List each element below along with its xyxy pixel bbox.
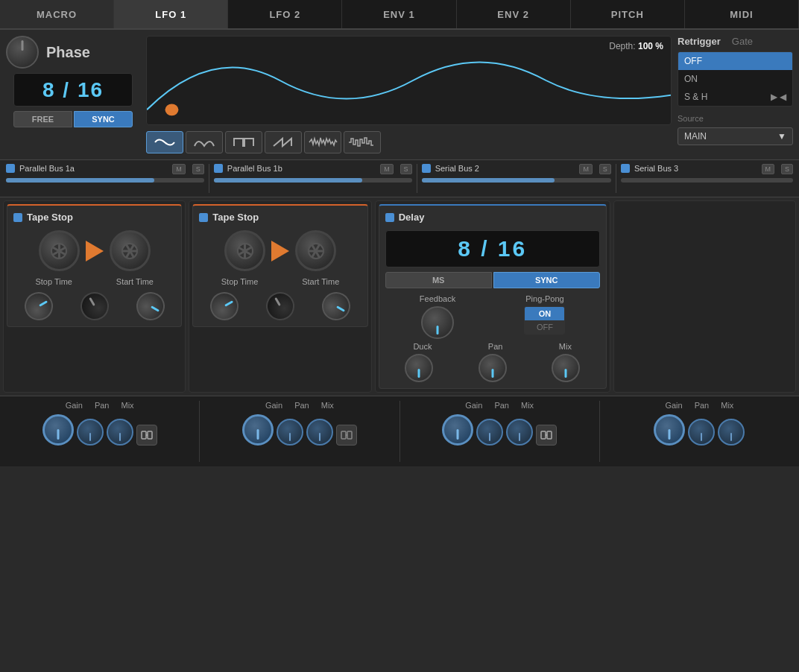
wave-square-button[interactable] <box>225 131 262 153</box>
stop-time-curve-1[interactable] <box>75 287 114 326</box>
lfo-section: Phase 8 / 16 FREE SYNC Depth: 100 % <box>0 30 799 160</box>
wave-sawtooth-button[interactable] <box>265 131 302 153</box>
bus-3-m-btn[interactable]: M <box>762 164 775 174</box>
bus-1a-fill <box>6 178 154 183</box>
gate-title: Gate <box>732 36 753 47</box>
source-select[interactable]: MAIN ▼ <box>678 127 793 145</box>
delay-name: Delay <box>399 212 425 223</box>
free-sync-buttons: FREE SYNC <box>13 111 133 127</box>
tape-wheel-2b <box>295 230 336 271</box>
tab-env1[interactable]: ENV 1 <box>342 0 456 28</box>
tab-env2[interactable]: ENV 2 <box>457 0 571 28</box>
strip-2-labels: Gain Pan Mix <box>265 401 334 410</box>
bus-1a-fader[interactable] <box>6 178 204 183</box>
pingpong-on-btn[interactable]: ON <box>525 307 564 320</box>
tape-stop-1-play[interactable] <box>86 241 104 261</box>
tab-lfo1[interactable]: LFO 1 <box>114 0 228 28</box>
tape-stop-2-body: Stop Time Start Time <box>199 230 361 320</box>
bus-1b-m-btn[interactable]: M <box>380 164 394 174</box>
phase-knob[interactable] <box>6 36 39 69</box>
bus-1b-indicator <box>214 164 223 173</box>
bus-1a-m-btn[interactable]: M <box>172 164 186 174</box>
bus-3-fader[interactable] <box>621 178 793 183</box>
stop-time-knob-2[interactable] <box>205 287 244 326</box>
tab-midi[interactable]: MIDI <box>685 0 799 28</box>
sync-button[interactable]: SYNC <box>74 111 133 127</box>
tab-macro[interactable]: MACRO <box>0 0 114 28</box>
bus-2-m-btn[interactable]: M <box>579 164 593 174</box>
tape-stop-1-name: Tape Stop <box>27 212 73 223</box>
tape-stop-1-body: Stop Time Start Time <box>13 230 175 320</box>
phase-label: Phase <box>46 44 90 61</box>
tab-pitch[interactable]: PITCH <box>571 0 685 28</box>
bus-divider-1 <box>209 164 209 193</box>
pan-label-delay: Pan <box>488 342 503 351</box>
fx-channel-2: Tape Stop <box>189 200 371 393</box>
svg-rect-1 <box>142 431 146 439</box>
delay-sync-btn[interactable]: SYNC <box>493 272 600 288</box>
lfo-value-display[interactable]: 8 / 16 <box>13 73 133 107</box>
strip-1-fx-icon[interactable] <box>136 425 157 446</box>
pan-knob-delay[interactable] <box>479 354 507 382</box>
wave-sine-button[interactable] <box>146 131 183 153</box>
strip-3-mix-knob[interactable] <box>506 419 533 446</box>
tape-stop-2-play[interactable] <box>271 241 289 261</box>
retrigger-sah[interactable]: S & H ▶ ◀ <box>678 88 792 106</box>
bus-2-fader[interactable] <box>422 178 611 183</box>
strip-2-mix-knob[interactable] <box>306 419 333 446</box>
delay-ms-btn[interactable]: MS <box>385 272 492 288</box>
stop-time-knob-1[interactable] <box>19 287 58 326</box>
strip-1-pan-knob[interactable] <box>77 419 104 446</box>
wave-sine-pos-button[interactable] <box>186 131 223 153</box>
delay-value-display[interactable]: 8 / 16 <box>385 230 600 267</box>
strip-3-knobs <box>442 414 557 446</box>
strip-1-gain-knob[interactable] <box>42 414 74 446</box>
strip-4-pan-knob[interactable] <box>688 419 715 446</box>
strip-3-pan-knob[interactable] <box>476 419 503 446</box>
mix-knob-delay[interactable] <box>552 354 580 382</box>
strip-1-mix-knob[interactable] <box>107 419 133 446</box>
bus-divider-3 <box>616 164 616 193</box>
svg-rect-5 <box>347 431 352 439</box>
strip-3-gain-knob[interactable] <box>442 414 473 446</box>
stop-time-label-2: Stop Time <box>221 277 259 286</box>
strip-2-gain-knob[interactable] <box>242 414 274 446</box>
wave-step-button[interactable] <box>344 131 381 153</box>
waveform-display[interactable]: Depth: 100 % <box>146 36 672 125</box>
strip-2: Gain Pan Mix <box>206 401 393 462</box>
start-time-knob-1[interactable] <box>131 287 170 326</box>
feedback-knob[interactable] <box>421 306 454 339</box>
strip-4-mix-knob[interactable] <box>718 419 745 446</box>
stop-time-curve-2[interactable] <box>261 287 300 326</box>
bus-2-fill <box>422 178 555 183</box>
bus-3-label-row: Serial Bus 3 M S <box>621 164 793 173</box>
bus-1b-s-btn[interactable]: S <box>400 164 412 174</box>
tab-lfo2[interactable]: LFO 2 <box>228 0 342 28</box>
duck-knob[interactable] <box>405 354 433 382</box>
wave-noise-button[interactable] <box>304 131 341 153</box>
svg-rect-7 <box>541 431 546 439</box>
fx-channel-4 <box>613 200 796 393</box>
retrigger-on[interactable]: ON <box>678 70 792 88</box>
start-time-knob-2[interactable] <box>317 287 356 326</box>
strip-2-pan-knob[interactable] <box>277 419 303 446</box>
bus-1b-fader[interactable] <box>214 178 412 183</box>
start-time-label-1: Start Time <box>116 277 154 286</box>
bus-section: Parallel Bus 1a M S Parallel Bus 1b M S … <box>0 160 799 197</box>
strip-1-gain-label: Gain <box>66 401 83 410</box>
strip-2-mix-label: Mix <box>321 401 334 410</box>
tab-bar: MACRO LFO 1 LFO 2 ENV 1 ENV 2 PITCH MIDI <box>0 0 799 30</box>
bottom-divider-2 <box>400 401 400 462</box>
source-dropdown-icon: ▼ <box>777 131 786 142</box>
pingpong-off-btn[interactable]: OFF <box>525 320 564 334</box>
strip-3-fx-icon[interactable] <box>536 425 557 446</box>
retrigger-off[interactable]: OFF <box>678 52 792 70</box>
strip-2-fx-icon[interactable] <box>336 425 357 446</box>
bus-1a-s-btn[interactable]: S <box>192 164 204 174</box>
strip-4-gain-knob[interactable] <box>654 414 685 446</box>
bus-3-s-btn[interactable]: S <box>781 164 793 174</box>
svg-rect-8 <box>547 431 552 439</box>
bus-2-s-btn[interactable]: S <box>599 164 611 174</box>
feedback-pp-row: Feedback Ping-Pong ON OFF <box>385 294 600 339</box>
free-button[interactable]: FREE <box>13 111 72 127</box>
